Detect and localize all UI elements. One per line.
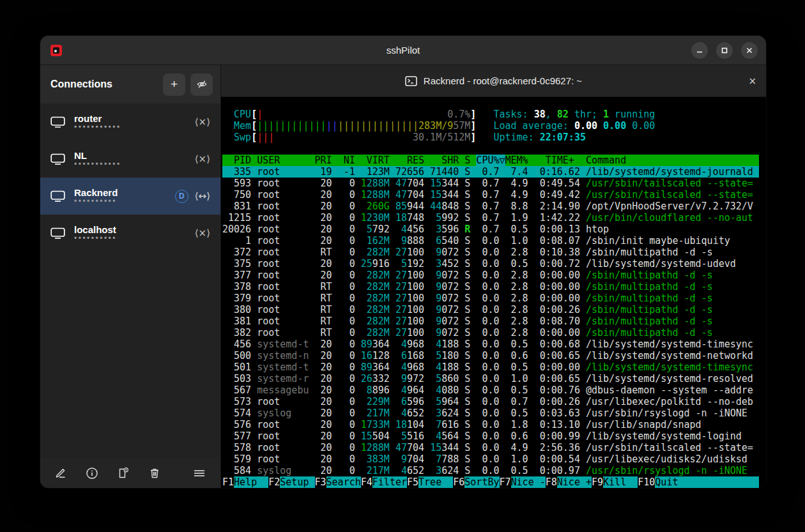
process-row-577: 577 root 20 0 15504 5516 4564 S 0.0 0.6 …: [222, 430, 766, 442]
process-row-379: 379 root RT 0 282M 27100 9072 S 0.0 2.8 …: [222, 293, 766, 304]
connection-masked-host: ••••••••••: [74, 235, 195, 242]
htop-mem-meter: Mem[||||||||||||||||||||||||||||283M/957…: [222, 120, 766, 132]
minimize-icon: [696, 47, 703, 54]
add-connection-button[interactable]: +: [163, 73, 185, 96]
selected-process-row[interactable]: 335 root 19 -1 123M 72656 71440 S 0.7 7.…: [222, 166, 759, 178]
sshpilot-window: sshPilot Connections +: [40, 35, 767, 489]
maximize-button[interactable]: [716, 42, 733, 59]
terminal-tab[interactable]: Racknerd - root@racknerd-0c9627: ~: [405, 75, 582, 86]
process-row-377: 377 root 20 0 282M 27100 9072 S 0.0 2.8 …: [222, 270, 766, 281]
fnkey-f3[interactable]: F3: [315, 476, 326, 488]
monitor-icon: [50, 116, 65, 128]
tab-close-button[interactable]: ×: [748, 75, 756, 87]
connection-masked-host: •••••••••••: [74, 161, 195, 168]
connection-info-button[interactable]: [86, 467, 98, 480]
fnkey-label-f3[interactable]: Search: [326, 476, 361, 488]
process-row-579: 579 root 20 0 383M 9704 7788 S 0.0 1.0 0…: [222, 453, 766, 465]
process-row-574: 574 syslog 20 0 217M 4652 3624 S 0.0 0.5…: [222, 407, 766, 419]
process-row-335: 335 root 19 -1 123M 72656 71440 S 0.7 7.…: [222, 166, 766, 178]
fnkey-label-f4[interactable]: Filter: [372, 476, 407, 488]
desktop-background: sshPilot Connections +: [0, 0, 805, 532]
process-row-500: 500 systemd-n 20 0 16128 6168 5180 S 0.0…: [222, 350, 766, 361]
close-icon: [746, 47, 753, 54]
sort-column-cpu[interactable]: CPU%▽: [476, 155, 505, 166]
edit-connection-button[interactable]: [54, 467, 67, 480]
process-row-381: 381 root RT 0 282M 27100 9072 S 0.0 2.8 …: [222, 315, 766, 327]
disconnected-icon: ⟨×⟩: [195, 227, 210, 239]
plus-icon: +: [171, 77, 178, 91]
pencil-icon: [54, 467, 67, 480]
fnkey-label-f6[interactable]: SortBy: [464, 476, 499, 488]
titlebar[interactable]: sshPilot: [40, 36, 766, 65]
process-row-1: 1 root 20 0 162M 9888 6540 S 0.0 1.0 0:0…: [222, 235, 766, 247]
process-row-750: 750 root 20 0 1288M 47704 15344 S 0.7 4.…: [222, 189, 766, 201]
htop-blank-line: [222, 143, 766, 155]
main-menu-button[interactable]: [192, 467, 206, 480]
fnkey-f9[interactable]: F9: [592, 476, 603, 488]
fnkey-f1[interactable]: F1: [222, 476, 234, 488]
process-row-584: 584 syslog 20 0 217M 4652 3624 S 0.0 0.5…: [222, 465, 766, 476]
terminal[interactable]: CPU[| 0.7%] Tasks: 38, 82 thr; 1 running…: [221, 97, 766, 489]
process-row-382: 382 root RT 0 282M 27100 9072 S 0.0 2.8 …: [222, 327, 766, 338]
connection-item-nl[interactable]: NL ••••••••••• ⟨×⟩: [40, 141, 220, 178]
delete-connection-button[interactable]: [148, 467, 161, 480]
htop-swp-meter: Swp[||| 30.1M/512M] Uptime: 22:07:35: [222, 132, 766, 143]
minimize-button[interactable]: [691, 42, 708, 59]
connections-sidebar: Connections +: [40, 65, 221, 489]
default-badge: D: [175, 190, 188, 203]
fnkey-label-f10[interactable]: Quit: [655, 476, 678, 488]
process-row-380: 380 root RT 0 282M 27100 9072 S 0.0 2.8 …: [222, 304, 766, 315]
connection-item-localhost[interactable]: localhost •••••••••• ⟨×⟩: [40, 215, 220, 252]
process-row-501: 501 systemd-t 20 0 89364 4968 4188 S 0.0…: [222, 361, 766, 373]
disconnected-icon: ⟨×⟩: [195, 153, 210, 165]
monitor-icon: [50, 153, 65, 165]
fnkey-label-f2[interactable]: Setup: [280, 476, 314, 488]
sidebar-toolbar: [40, 458, 220, 489]
fnkey-f8[interactable]: F8: [546, 476, 557, 488]
maximize-icon: [721, 47, 728, 54]
fnkey-label-f7[interactable]: Nice -: [511, 476, 546, 488]
fnkey-label-f9[interactable]: Kill: [603, 476, 638, 488]
hide-passwords-button[interactable]: [190, 73, 213, 96]
fnkey-label-f1[interactable]: Help: [234, 476, 268, 488]
process-row-578: 578 root 20 0 1288M 47704 15344 S 0.0 4.…: [222, 442, 766, 453]
fnkey-label-f8[interactable]: Nice +: [557, 476, 592, 488]
htop-function-key-bar: F1Help F2Setup F3SearchF4FilterF5Tree F6…: [222, 476, 766, 488]
fnkey-label-f5[interactable]: Tree: [418, 476, 453, 488]
fnkey-f4[interactable]: F4: [361, 476, 372, 488]
connected-icon: ⟨↔⟩: [195, 190, 210, 202]
process-row-372: 372 root RT 0 282M 27100 9072 S 0.0 2.8 …: [222, 247, 766, 258]
copy-key-button[interactable]: [117, 467, 130, 480]
connection-item-racknerd[interactable]: Racknerd •••••••••• D ⟨↔⟩: [40, 178, 220, 215]
fnkey-f7[interactable]: F7: [500, 476, 511, 488]
htop-column-header: PID USER PRI NI VIRT RES SHR S CPU%▽MEM%…: [222, 155, 766, 166]
connection-masked-host: •••••••••••: [74, 124, 195, 131]
terminal-icon: [405, 76, 417, 86]
terminal-pane: Racknerd - root@racknerd-0c9627: ~ × CPU…: [221, 65, 766, 489]
hamburger-menu-icon: [192, 467, 206, 480]
process-row-573: 573 root 20 0 229M 6596 5964 S 0.0 0.7 0…: [222, 396, 766, 407]
disconnected-icon: ⟨×⟩: [195, 116, 210, 128]
document-plus-icon: [117, 467, 130, 480]
info-icon: [86, 467, 98, 480]
trash-icon: [148, 467, 161, 480]
process-row-378: 378 root RT 0 282M 27100 9072 S 0.0 2.8 …: [222, 281, 766, 293]
process-row-567: 567 messagebu 20 0 8896 4964 4080 S 0.0 …: [222, 384, 766, 396]
fnkey-f5[interactable]: F5: [407, 476, 418, 488]
fnkey-f6[interactable]: F6: [453, 476, 464, 488]
close-button[interactable]: [741, 42, 758, 59]
connection-item-router[interactable]: router ••••••••••• ⟨×⟩: [40, 103, 220, 141]
fnkey-f2[interactable]: F2: [268, 476, 280, 488]
fnkey-f10[interactable]: F10: [638, 476, 655, 488]
process-row-576: 576 root 20 0 1733M 18104 7616 S 0.0 1.8…: [222, 419, 766, 430]
process-row-593: 593 root 20 0 1288M 47704 15344 S 0.7 4.…: [222, 178, 766, 189]
window-controls: [691, 42, 758, 59]
process-row-1215: 1215 root 20 0 1230M 18748 5992 S 0.7 1.…: [222, 212, 766, 224]
sidebar-title: Connections: [50, 79, 158, 90]
tab-bar: Racknerd - root@racknerd-0c9627: ~ ×: [221, 65, 766, 97]
process-row-503: 503 systemd-r 20 0 26332 9972 5860 S 0.0…: [222, 373, 766, 384]
connection-masked-host: ••••••••••: [74, 198, 175, 205]
connections-list: router ••••••••••• ⟨×⟩ NL •••••••••••: [40, 103, 220, 458]
process-row-456: 456 systemd-t 20 0 89364 4968 4188 S 0.0…: [222, 338, 766, 350]
sidebar-header: Connections +: [40, 65, 220, 103]
